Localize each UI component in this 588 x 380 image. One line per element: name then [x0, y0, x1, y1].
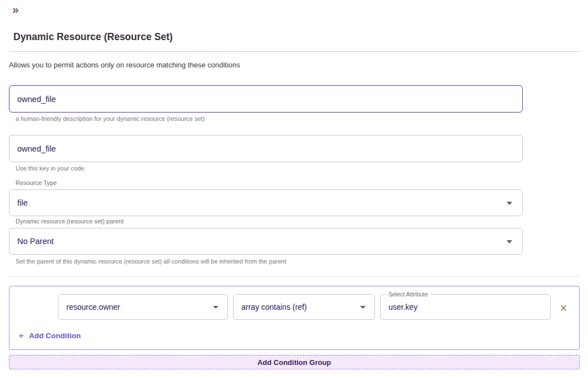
intro-text: Allows you to permit actions only on res…: [9, 61, 240, 69]
resource-type-label: Resource Type: [16, 179, 57, 186]
title-divider: [9, 51, 580, 52]
chevron-down-icon: [360, 306, 366, 309]
page-title: Dynamic Resource (Resource Set): [13, 31, 173, 43]
remove-condition-icon[interactable]: ✕: [558, 303, 569, 314]
add-condition-button[interactable]: + Add Condition: [18, 331, 81, 340]
chevron-down-icon: [213, 306, 218, 309]
parent-select[interactable]: No Parent: [9, 228, 523, 255]
condition-attribute-value: resource.owner: [66, 303, 120, 311]
key-helper-text: Use this key in your code.: [16, 165, 86, 172]
condition-value-input[interactable]: Select Attribute user.key: [380, 294, 551, 320]
condition-operator-value: array contains (ref): [241, 303, 307, 311]
condition-operator-select[interactable]: array contains (ref): [233, 294, 375, 320]
add-condition-group-label: Add Condition Group: [257, 358, 331, 367]
condition-value-label: Select Attribute: [386, 291, 431, 298]
plus-icon: +: [18, 331, 24, 340]
name-input[interactable]: [9, 85, 523, 113]
parent-helper-text: Set the parent of this dynamic resource …: [16, 258, 286, 265]
condition-group: resource.owner array contains (ref) Sele…: [9, 286, 580, 350]
add-condition-label: Add Condition: [29, 332, 81, 340]
parent-label: Dynamic resource (resource set) parent: [16, 218, 124, 225]
condition-attribute-select[interactable]: resource.owner: [58, 294, 228, 320]
dynamic-resource-editor: » Dynamic Resource (Resource Set) Allows…: [0, 0, 588, 380]
condition-value-text: user.key: [388, 303, 417, 311]
name-helper-text: a human-friendly description for your dy…: [16, 115, 205, 122]
key-input[interactable]: [9, 135, 523, 162]
collapse-panel-icon[interactable]: »: [12, 1, 18, 17]
chevron-down-icon: [507, 202, 512, 205]
resource-type-select[interactable]: file: [9, 189, 523, 216]
parent-value: No Parent: [17, 237, 54, 246]
resource-type-value: file: [17, 198, 28, 207]
chevron-down-icon: [507, 240, 512, 243]
section-divider: [9, 276, 580, 277]
add-condition-group-button[interactable]: Add Condition Group: [9, 355, 580, 369]
